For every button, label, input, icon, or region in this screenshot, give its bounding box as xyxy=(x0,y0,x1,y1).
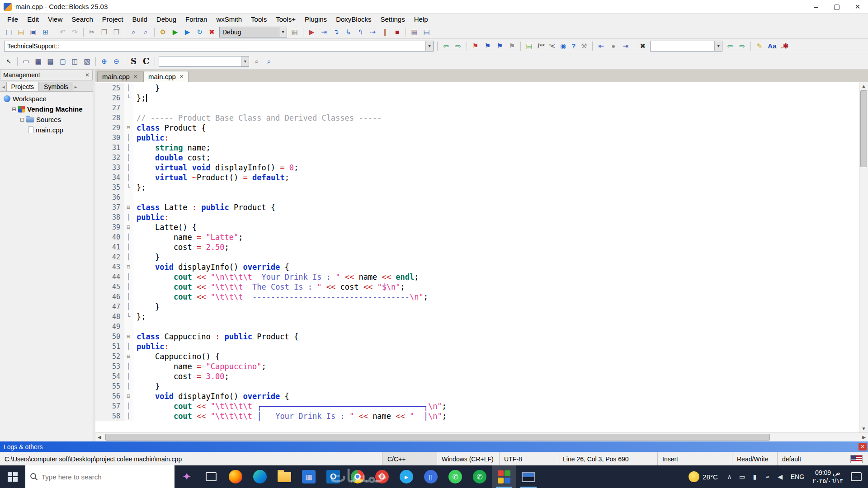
copilot-icon[interactable]: ✦ xyxy=(175,465,199,488)
battery-icon[interactable]: ▮ xyxy=(749,473,761,480)
close-icon[interactable]: ✕ xyxy=(133,74,137,80)
menu-wxsmith[interactable]: wxSmith xyxy=(212,14,246,25)
code-text[interactable]: }; xyxy=(133,93,147,103)
rebuild-button[interactable]: ↻ xyxy=(193,26,206,38)
prev-bookmark-button[interactable]: ⚑ xyxy=(481,40,494,52)
code-text[interactable]: virtual void displayInfo() = 0; xyxy=(133,163,298,173)
fold-toggle-icon[interactable]: ⊟ xyxy=(124,391,133,401)
code-text[interactable]: }; xyxy=(133,183,146,192)
incsearch-input[interactable]: ▾ xyxy=(650,41,722,52)
build-button[interactable]: ⚙ xyxy=(157,26,169,38)
incsearch-next-button[interactable]: ⇨ xyxy=(736,40,748,52)
next-bookmark-button[interactable]: ⚑ xyxy=(494,40,506,52)
toggle-bookmark-button[interactable]: ⚑ xyxy=(469,40,481,52)
menu-doxyblocks[interactable]: DoxyBlocks xyxy=(331,14,376,25)
code-text[interactable]: } xyxy=(133,302,160,312)
search-files-button[interactable]: ⌕ xyxy=(250,56,263,67)
close-icon[interactable]: ✕ xyxy=(859,443,867,450)
wxsmith-frame-button[interactable]: ▢ xyxy=(57,56,69,67)
language-indicator[interactable]: ENG xyxy=(787,473,808,480)
code-text[interactable]: cost = 2.50; xyxy=(133,242,229,252)
doxy-block-comment-button[interactable]: /** xyxy=(535,40,547,52)
menu-tools[interactable]: Tools+ xyxy=(271,14,300,25)
replace-button[interactable]: ⌕ xyxy=(140,26,152,38)
open-file-button[interactable]: ▤ xyxy=(15,26,27,38)
weather-widget[interactable]: 28°C xyxy=(683,471,723,482)
goto-back-button[interactable]: ⇦ xyxy=(440,40,452,52)
editor-tab-0[interactable]: main.cpp✕ xyxy=(97,71,142,82)
firefox-icon[interactable] xyxy=(223,465,248,488)
run-button[interactable]: ▶ xyxy=(169,26,181,38)
fold-toggle-icon[interactable]: ⊟ xyxy=(124,262,133,272)
network-icon[interactable]: ≈ xyxy=(761,473,774,480)
menu-fortran[interactable]: Fortran xyxy=(181,14,212,25)
redo-button[interactable]: ↷ xyxy=(69,26,81,38)
scroll-down-icon[interactable]: ▼ xyxy=(859,426,868,431)
code-text[interactable]: cout << "\t\t\t The Cost Is : " << cost … xyxy=(133,282,405,292)
clock-widget[interactable]: 09:09 ص ٢٠٢٥/٠٦/١٣ xyxy=(808,469,847,485)
debug-continue-button[interactable]: ▶ xyxy=(306,26,318,38)
opera-icon[interactable]: O xyxy=(370,465,394,488)
paste-button[interactable]: ❒ xyxy=(110,26,123,38)
wxsmith-panel-button[interactable]: ▤ xyxy=(44,56,57,67)
zoom-in-button[interactable]: ⊕ xyxy=(98,56,110,67)
run-to-cursor-button[interactable]: ⇥ xyxy=(318,26,330,38)
zoom-out-button[interactable]: ⊖ xyxy=(110,56,123,67)
doxy-extract-button[interactable]: ▤ xyxy=(523,40,535,52)
code-text[interactable] xyxy=(133,322,137,332)
action-center-icon[interactable]: ≡ xyxy=(851,472,862,481)
whatsapp-business-icon[interactable]: ✆ xyxy=(467,465,492,488)
whatsapp-icon[interactable]: ✆ xyxy=(443,465,467,488)
telegram-icon[interactable]: ▸ xyxy=(394,465,419,488)
save-button[interactable]: ▣ xyxy=(27,26,39,38)
wxsmith-grid-button[interactable]: ▦ xyxy=(32,56,44,67)
stop-debugger-button[interactable]: ■ xyxy=(391,26,403,38)
editor-tab-1[interactable]: main.cpp✕ xyxy=(143,71,189,82)
next-line-button[interactable]: ↴ xyxy=(330,26,342,38)
maximize-button[interactable]: ▢ xyxy=(826,0,847,13)
task-view-button[interactable] xyxy=(199,465,223,488)
fold-toggle-icon[interactable]: ⊟ xyxy=(124,352,133,361)
code-text[interactable]: } xyxy=(133,83,160,93)
code-text[interactable]: virtual ~Product() = default; xyxy=(133,173,289,183)
edge-icon[interactable] xyxy=(248,465,272,488)
tray-chevron-icon[interactable]: ∧ xyxy=(723,473,736,480)
cut-button[interactable]: ✂ xyxy=(86,26,98,38)
volume-icon[interactable]: ◀ xyxy=(774,473,787,480)
menu-search[interactable]: Search xyxy=(67,14,98,25)
symbols-scope-select[interactable]: TechnicalSupport::▾ xyxy=(4,41,434,52)
code-text[interactable]: class Latte : public Product { xyxy=(133,202,275,212)
code-text[interactable]: class Product { xyxy=(133,123,206,133)
step-out-button[interactable]: ↰ xyxy=(354,26,367,38)
new-file-button[interactable]: ▢ xyxy=(3,26,15,38)
fold-toggle-icon[interactable]: ⊟ xyxy=(124,123,133,133)
scroll-right-icon[interactable]: ▶ xyxy=(860,433,868,441)
code-text[interactable]: public: xyxy=(133,133,169,143)
menu-debug[interactable]: Debug xyxy=(152,14,181,25)
code-text[interactable]: name = "Latte"; xyxy=(133,232,243,242)
code-text[interactable]: public: xyxy=(133,212,169,222)
code-text[interactable]: cost = 3.00; xyxy=(133,371,229,381)
find-button[interactable]: ⌕ xyxy=(127,26,140,38)
regex-button[interactable]: .✱ xyxy=(779,40,791,52)
various-info-button[interactable]: ▤ xyxy=(420,26,433,38)
search-web-button[interactable]: ⌕ xyxy=(263,56,275,67)
scroll-left-icon[interactable]: ◀ xyxy=(95,433,104,441)
wxsmith-pointer-button[interactable]: ↖ xyxy=(3,56,15,67)
scroll-up-icon[interactable]: ▲ xyxy=(859,84,868,89)
app-window-icon[interactable] xyxy=(516,465,541,488)
tree-item-main-cpp[interactable]: main.cpp xyxy=(0,125,93,135)
tree-expander-icon[interactable]: ⊟ xyxy=(20,117,24,123)
logs-panel-caption[interactable]: Logs & others ✕ xyxy=(0,441,868,452)
next-instruction-button[interactable]: ⇢ xyxy=(367,26,379,38)
code-text[interactable]: cout << "\t\t\t\t │ Your Drink Is : " <<… xyxy=(133,411,447,421)
tabs-scroll-left-icon[interactable]: ◂ xyxy=(1,84,6,91)
horizontal-scrollbar[interactable]: ◀ ▶ xyxy=(95,432,868,441)
code-text[interactable]: double cost; xyxy=(133,153,211,163)
match-case-button[interactable]: Aa xyxy=(765,40,778,52)
codeblocks-icon[interactable] xyxy=(492,465,516,488)
compiler-options-button[interactable]: ▦ xyxy=(288,26,301,38)
code-search-input[interactable]: ▾ xyxy=(159,56,249,67)
jump-forward-button[interactable]: ⇥ xyxy=(619,40,632,52)
incsearch-prev-button[interactable]: ⇦ xyxy=(724,40,736,52)
